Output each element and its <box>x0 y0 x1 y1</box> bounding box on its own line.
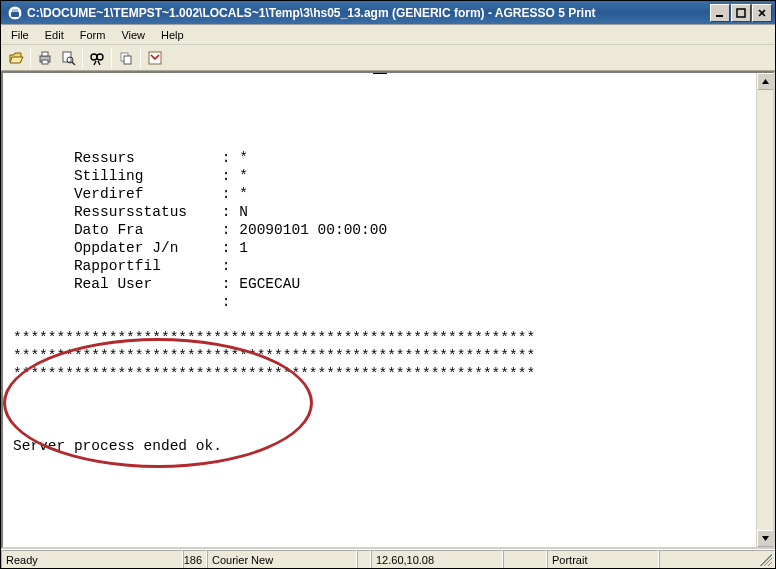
menu-view[interactable]: View <box>113 27 153 43</box>
svg-rect-1 <box>11 12 19 17</box>
status-page: 186 <box>183 550 207 569</box>
svg-point-11 <box>97 54 103 60</box>
print-preview-button[interactable] <box>57 47 79 69</box>
svg-rect-13 <box>124 56 131 64</box>
svg-point-10 <box>91 54 97 60</box>
toolbar <box>1 45 775 71</box>
copy-button[interactable] <box>115 47 137 69</box>
close-button[interactable] <box>752 4 772 22</box>
svg-rect-2 <box>12 9 18 12</box>
maximize-button[interactable] <box>731 4 751 22</box>
title-bar: C:\DOCUME~1\TEMPST~1.002\LOCALS~1\Temp\3… <box>1 1 775 25</box>
status-grip-area <box>659 550 775 569</box>
print-button[interactable] <box>34 47 56 69</box>
find-button[interactable] <box>86 47 108 69</box>
report-text[interactable]: Ressurs : * Stilling : * Verdiref : * Re… <box>3 73 756 547</box>
toolbar-separator <box>111 48 112 68</box>
status-font: Courier New <box>207 550 357 569</box>
text-caret <box>373 73 387 74</box>
content-area: Ressurs : * Stilling : * Verdiref : * Re… <box>1 71 775 549</box>
minimize-button[interactable] <box>710 4 730 22</box>
window-buttons <box>710 4 772 22</box>
status-position: 12.60,10.08 <box>371 550 503 569</box>
status-ready: Ready <box>1 550 183 569</box>
menu-edit[interactable]: Edit <box>37 27 72 43</box>
status-orientation: Portrait <box>547 550 659 569</box>
vertical-scrollbar[interactable] <box>756 73 773 547</box>
svg-rect-4 <box>737 9 745 17</box>
toolbar-separator <box>30 48 31 68</box>
menu-file[interactable]: File <box>3 27 37 43</box>
scroll-down-button[interactable] <box>757 530 774 547</box>
menu-form[interactable]: Form <box>72 27 114 43</box>
svg-rect-6 <box>42 52 48 56</box>
app-icon <box>7 5 23 21</box>
window-title: C:\DOCUME~1\TEMPST~1.002\LOCALS~1\Temp\3… <box>27 6 710 20</box>
svg-rect-7 <box>42 60 48 64</box>
svg-rect-3 <box>716 15 723 17</box>
toolbar-separator <box>140 48 141 68</box>
status-spacer <box>357 550 371 569</box>
status-spacer <box>503 550 547 569</box>
open-button[interactable] <box>5 47 27 69</box>
scroll-up-button[interactable] <box>757 73 774 90</box>
resize-grip-icon[interactable] <box>760 554 772 566</box>
menu-help[interactable]: Help <box>153 27 192 43</box>
toolbar-separator <box>82 48 83 68</box>
menu-bar: File Edit Form View Help <box>1 25 775 45</box>
status-bar: Ready 186 Courier New 12.60,10.08 Portra… <box>1 549 775 569</box>
options-button[interactable] <box>144 47 166 69</box>
report-body: Ressurs : * Stilling : * Verdiref : * Re… <box>13 149 746 455</box>
